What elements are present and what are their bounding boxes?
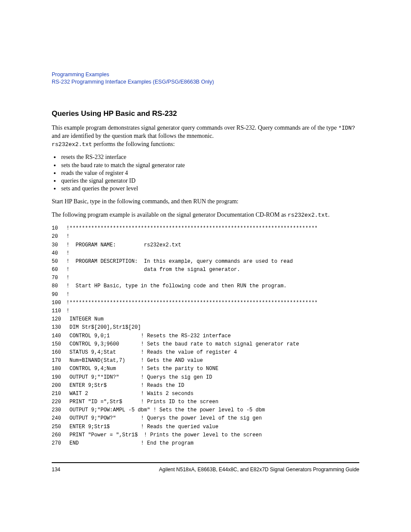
line-number: 220: [52, 398, 66, 406]
code-line: 240 OUTPUT 9;"POW?" ! Querys the power l…: [52, 414, 359, 423]
code-text: ! Start HP Basic, type in the following …: [66, 282, 286, 290]
code-text: !: [66, 274, 69, 282]
line-number: 20: [52, 233, 66, 241]
code-text: !***************************************…: [66, 299, 318, 307]
code-line: 140 CONTROL 9,0;1 ! Resets the RS-232 in…: [52, 332, 359, 340]
cdrom-note: The following program example is availab…: [52, 211, 359, 219]
line-number: 30: [52, 241, 66, 249]
inline-code-idn: *IDN?: [338, 125, 355, 131]
page-number: 134: [52, 467, 60, 473]
line-number: 40: [52, 249, 66, 258]
list-item: sets and queries the power level: [60, 185, 359, 193]
code-text: !: [66, 291, 69, 299]
code-line: 80! Start HP Basic, type in the followin…: [52, 282, 359, 290]
code-text: CONTROL 9,0;1 ! Resets the RS-232 interf…: [66, 332, 231, 340]
cdrom-text-b: .: [328, 212, 330, 218]
line-number: 130: [52, 324, 66, 332]
line-number: 90: [52, 291, 66, 299]
code-text: ENTER 9;Str$ ! Reads the ID: [66, 382, 184, 390]
line-number: 260: [52, 431, 66, 439]
inline-code-filename: rs232ex2.txt: [52, 141, 92, 148]
code-line: 190 OUTPUT 9;"*IDN?" ! Querys the sig ge…: [52, 373, 359, 382]
code-line: 100!************************************…: [52, 299, 359, 307]
line-number: 140: [52, 332, 66, 340]
code-text: !: [66, 233, 69, 241]
section-title: Queries Using HP Basic and RS-232: [52, 109, 359, 118]
code-line: 70!: [52, 274, 359, 282]
code-text: CONTROL 9,4;Num ! Sets the parity to NON…: [66, 365, 218, 373]
code-text: ! PROGRAM DESCRIPTION: In this example, …: [66, 258, 293, 266]
code-text: OUTPUT 9;"*IDN?" ! Querys the sig gen ID: [66, 373, 212, 382]
line-number: 110: [52, 307, 66, 315]
list-item: queries the signal generator ID: [60, 177, 359, 185]
line-number: 60: [52, 266, 66, 274]
line-number: 50: [52, 258, 66, 266]
intro-text-b: and are identified by the question mark …: [52, 133, 214, 139]
code-text: OUTPUT 9;"POW?" ! Querys the power level…: [66, 414, 262, 423]
breadcrumb-line1: Programming Examples: [52, 72, 109, 78]
code-line: 110!: [52, 307, 359, 315]
code-text: WAIT 2 ! Waits 2 seconds: [66, 390, 193, 398]
list-item: resets the RS-232 interface: [60, 153, 359, 161]
code-block: 10!*************************************…: [52, 224, 359, 448]
code-line: 170 Num=BINAND(Stat,7) ! Gets the AND va…: [52, 357, 359, 365]
code-line: 210 WAIT 2 ! Waits 2 seconds: [52, 390, 359, 398]
line-number: 120: [52, 315, 66, 324]
code-line: 260 PRINT "Power = ",Str1$ ! Prints the …: [52, 431, 359, 439]
code-text: DIM Str$[200],Str1$[20]: [66, 324, 141, 332]
code-line: 160 STATUS 9,4;Stat ! Reads the value of…: [52, 348, 359, 357]
code-text: STATUS 9,4;Stat ! Reads the value of reg…: [66, 348, 237, 357]
code-text: PRINT "Power = ",Str1$ ! Prints the powe…: [66, 431, 262, 439]
code-text: CONTROL 9,3;9600 ! Sets the baud rate to…: [66, 340, 299, 348]
list-item: sets the baud rate to match the signal g…: [60, 162, 359, 169]
start-instruction: Start HP Basic, type in the following co…: [52, 198, 359, 206]
code-line: 30! PROGRAM NAME: rs232ex2.txt: [52, 241, 359, 249]
code-text: OUTPUT 9;"POW:AMPL -5 dbm" ! Sets the th…: [66, 406, 265, 414]
code-line: 40!: [52, 249, 359, 258]
code-line: 150 CONTROL 9,3;9600 ! Sets the baud rat…: [52, 340, 359, 348]
code-text: INTEGER Num: [66, 315, 103, 324]
cdrom-text-a: The following program example is availab…: [52, 212, 288, 218]
line-number: 80: [52, 282, 66, 290]
breadcrumb-line2: RS-232 Programming Interface Examples (E…: [52, 79, 214, 85]
code-line: 230 OUTPUT 9;"POW:AMPL -5 dbm" ! Sets th…: [52, 406, 359, 414]
breadcrumb[interactable]: Programming Examples RS-232 Programming …: [52, 71, 359, 86]
code-line: 120 INTEGER Num: [52, 315, 359, 324]
code-text: !***************************************…: [66, 224, 318, 233]
line-number: 250: [52, 423, 66, 431]
code-text: ! PROGRAM NAME: rs232ex2.txt: [66, 241, 181, 249]
intro-text-a: This example program demonstrates signal…: [52, 124, 338, 131]
code-line: 20!: [52, 233, 359, 241]
line-number: 190: [52, 373, 66, 382]
code-text: !: [66, 249, 69, 258]
line-number: 10: [52, 224, 66, 233]
line-number: 240: [52, 414, 66, 423]
line-number: 70: [52, 274, 66, 282]
intro-paragraph: This example program demonstrates signal…: [52, 124, 359, 149]
footer-rule: [52, 462, 359, 463]
code-text: ! data from the signal generator.: [66, 266, 240, 274]
code-line: 10!*************************************…: [52, 224, 359, 233]
code-line: 50! PROGRAM DESCRIPTION: In this example…: [52, 258, 359, 266]
line-number: 210: [52, 390, 66, 398]
code-text: ENTER 9;Str1$ ! Reads the queried value: [66, 423, 218, 431]
intro-text-c: performs the following functions:: [92, 141, 175, 147]
line-number: 150: [52, 340, 66, 348]
footer-title: Agilent N518xA, E8663B, E44x8C, and E82x…: [159, 467, 359, 473]
code-line: 250 ENTER 9;Str1$ ! Reads the queried va…: [52, 423, 359, 431]
code-line: 220 PRINT "ID =",Str$ ! Prints ID to the…: [52, 398, 359, 406]
page-footer: 134 Agilent N518xA, E8663B, E44x8C, and …: [52, 467, 359, 473]
function-list: resets the RS-232 interface sets the bau…: [52, 153, 359, 193]
line-number: 160: [52, 348, 66, 357]
list-item: reads the value of register 4: [60, 169, 359, 177]
line-number: 100: [52, 299, 66, 307]
code-line: 180 CONTROL 9,4;Num ! Sets the parity to…: [52, 365, 359, 373]
code-text: PRINT "ID =",Str$ ! Prints ID to the scr…: [66, 398, 218, 406]
page: Programming Examples RS-232 Programming …: [0, 0, 411, 532]
line-number: 170: [52, 357, 66, 365]
line-number: 230: [52, 406, 66, 414]
code-line: 200 ENTER 9;Str$ ! Reads the ID: [52, 382, 359, 390]
code-text: Num=BINAND(Stat,7) ! Gets the AND value: [66, 357, 203, 365]
inline-code-filename2: rs232ex2.txt: [288, 212, 328, 218]
line-number: 200: [52, 382, 66, 390]
